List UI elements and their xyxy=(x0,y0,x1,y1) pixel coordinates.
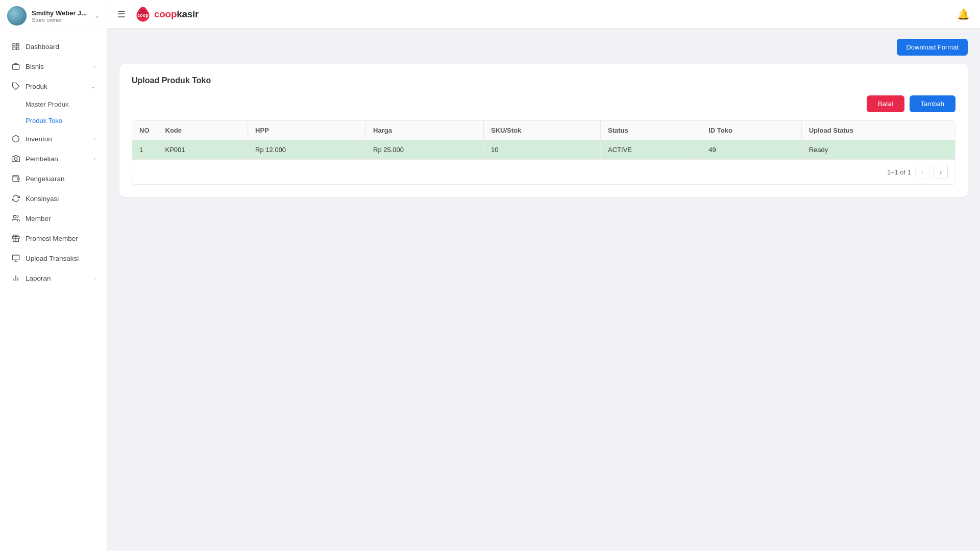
action-bar: Batal Tambah xyxy=(132,95,955,112)
sidebar-nav: Dashboard Bisnis › Produk ⌄ Master Produ… xyxy=(0,32,107,292)
user-info: Smithy Weber J... Store owner xyxy=(32,9,94,23)
sidebar-label-laporan: Laporan xyxy=(26,274,93,282)
table-row: 1 KP001 Rp 12.000 Rp 25.000 10 ACTIVE 49… xyxy=(132,140,955,160)
col-no: NO xyxy=(132,121,158,140)
sidebar-item-bisnis[interactable]: Bisnis › xyxy=(3,57,104,76)
sidebar-item-produk-toko[interactable]: Produk Toko xyxy=(3,113,104,129)
sidebar-item-konsinyasi[interactable]: Konsinyasi xyxy=(3,189,104,208)
svg-rect-4 xyxy=(12,65,19,69)
pagination-next-button[interactable]: › xyxy=(934,165,948,179)
main-area: ☰ coop coopkasir 🔔 Download Format Uploa… xyxy=(107,0,980,551)
sidebar-label-pengeluaran: Pengeluaran xyxy=(26,175,95,183)
svg-point-7 xyxy=(13,215,16,218)
upload-produk-card: Upload Produk Toko Batal Tambah NO Kode … xyxy=(119,64,968,197)
sidebar-label-pembelian: Pembelian xyxy=(26,155,93,163)
table-wrapper: NO Kode HPP Harga SKU/Stok Status ID Tok… xyxy=(132,120,955,185)
sidebar-user-header[interactable]: Smithy Weber J... Store owner ⌄ xyxy=(0,0,107,32)
camera-icon xyxy=(11,154,20,163)
chevron-right-icon: › xyxy=(93,136,95,142)
user-role: Store owner xyxy=(32,17,94,23)
svg-rect-1 xyxy=(16,43,19,46)
cell-kode: KP001 xyxy=(158,140,248,160)
pagination-info: 1–1 of 1 xyxy=(887,168,911,176)
sidebar-label-produk: Produk xyxy=(26,83,91,90)
user-name: Smithy Weber J... xyxy=(32,9,93,17)
sidebar-label-inventori: Inventori xyxy=(26,135,93,143)
svg-rect-9 xyxy=(12,255,19,260)
svg-text:coop: coop xyxy=(137,13,149,18)
tambah-button[interactable]: Tambah xyxy=(910,95,955,112)
hamburger-icon[interactable]: ☰ xyxy=(117,9,126,20)
sidebar-item-dashboard[interactable]: Dashboard xyxy=(3,37,104,56)
wallet-icon xyxy=(11,174,20,183)
sidebar-item-upload-transaksi[interactable]: Upload Transaksi xyxy=(3,248,104,268)
sidebar-label-promosi-member: Promosi Member xyxy=(26,235,95,242)
svg-rect-2 xyxy=(16,47,19,49)
sidebar-label-upload-transaksi: Upload Transaksi xyxy=(26,255,95,262)
col-harga: Harga xyxy=(366,121,484,140)
grid-icon xyxy=(11,42,20,51)
box-icon xyxy=(11,134,20,143)
sidebar-item-member[interactable]: Member xyxy=(3,209,104,228)
sidebar-label-dashboard: Dashboard xyxy=(26,43,95,51)
users-icon xyxy=(11,214,20,223)
chevron-down-icon: ⌄ xyxy=(94,12,100,19)
logo-kasir: kasir xyxy=(177,9,199,19)
avatar xyxy=(7,6,27,26)
tag-icon xyxy=(11,82,20,91)
upload-produk-table: NO Kode HPP Harga SKU/Stok Status ID Tok… xyxy=(132,121,955,159)
pagination-prev-button[interactable]: ‹ xyxy=(915,165,929,179)
pagination: 1–1 of 1 ‹ › xyxy=(132,159,955,184)
main-content: Download Format Upload Produk Toko Batal… xyxy=(107,29,980,551)
sidebar-item-pembelian[interactable]: Pembelian › xyxy=(3,149,104,168)
cell-upload-status: Ready xyxy=(801,140,955,160)
sidebar-label-konsinyasi: Konsinyasi xyxy=(26,195,95,203)
sidebar-item-produk[interactable]: Produk ⌄ xyxy=(3,77,104,96)
logo-coop: coop xyxy=(154,9,177,19)
sidebar-label-bisnis: Bisnis xyxy=(26,63,93,70)
chevron-right-icon: › xyxy=(93,63,95,69)
logo: coop coopkasir xyxy=(134,5,199,23)
gift-icon xyxy=(11,234,20,243)
logo-text: coopkasir xyxy=(154,9,199,20)
sidebar-label-member: Member xyxy=(26,215,95,222)
svg-point-6 xyxy=(14,158,17,160)
table-header: NO Kode HPP Harga SKU/Stok Status ID Tok… xyxy=(132,121,955,140)
card-title: Upload Produk Toko xyxy=(132,76,955,85)
sidebar-item-master-produk[interactable]: Master Produk xyxy=(3,96,104,112)
logo-icon: coop xyxy=(134,5,152,23)
sidebar-item-pengeluaran[interactable]: Pengeluaran xyxy=(3,169,104,188)
col-sku-stok: SKU/Stok xyxy=(484,121,601,140)
sidebar-item-promosi-member[interactable]: Promosi Member xyxy=(3,229,104,248)
topbar: ☰ coop coopkasir 🔔 xyxy=(107,0,980,29)
col-hpp: HPP xyxy=(248,121,366,140)
svg-rect-0 xyxy=(13,43,15,46)
briefcase-icon xyxy=(11,62,20,71)
refresh-icon xyxy=(11,194,20,203)
cell-no: 1 xyxy=(132,140,158,160)
sidebar: Smithy Weber J... Store owner ⌄ Dashboar… xyxy=(0,0,107,551)
cell-status: ACTIVE xyxy=(601,140,701,160)
cell-hpp: Rp 12.000 xyxy=(248,140,366,160)
col-kode: Kode xyxy=(158,121,248,140)
svg-rect-3 xyxy=(13,47,15,49)
chevron-right-icon: › xyxy=(93,275,95,281)
bell-icon[interactable]: 🔔 xyxy=(957,8,970,20)
chart-icon xyxy=(11,273,20,283)
col-id-toko: ID Toko xyxy=(701,121,801,140)
table-body: 1 KP001 Rp 12.000 Rp 25.000 10 ACTIVE 49… xyxy=(132,140,955,160)
batal-button[interactable]: Batal xyxy=(867,95,904,112)
col-status: Status xyxy=(601,121,701,140)
sidebar-item-laporan[interactable]: Laporan › xyxy=(3,268,104,288)
cell-sku-stok: 10 xyxy=(484,140,601,160)
cell-harga: Rp 25.000 xyxy=(366,140,484,160)
col-upload-status: Upload Status xyxy=(801,121,955,140)
chevron-right-icon: › xyxy=(93,156,95,162)
download-bar: Download Format xyxy=(119,39,968,56)
upload-icon xyxy=(11,254,20,263)
chevron-down-icon: ⌄ xyxy=(91,83,95,90)
sidebar-item-inventori[interactable]: Inventori › xyxy=(3,129,104,148)
download-format-button[interactable]: Download Format xyxy=(897,39,968,56)
cell-id-toko: 49 xyxy=(701,140,801,160)
